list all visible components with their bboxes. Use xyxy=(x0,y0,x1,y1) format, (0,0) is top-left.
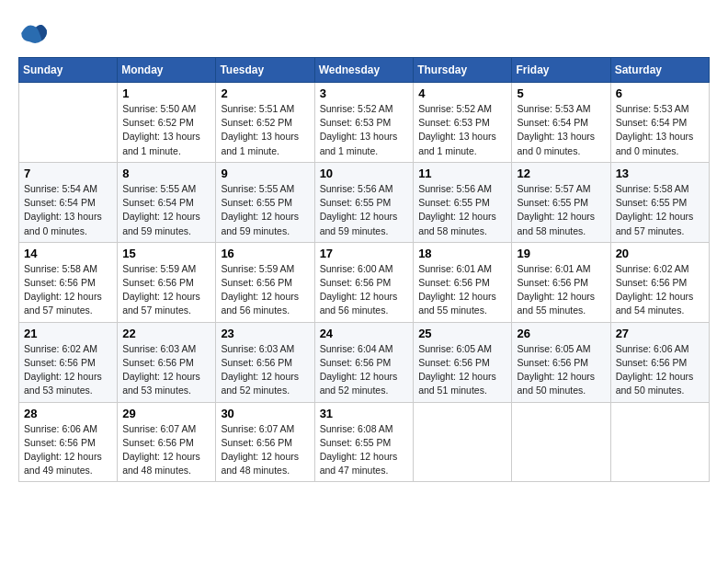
calendar-cell: 27Sunrise: 6:06 AM Sunset: 6:56 PM Dayli… xyxy=(610,322,709,402)
calendar-cell: 5Sunrise: 5:53 AM Sunset: 6:54 PM Daylig… xyxy=(512,83,610,163)
day-info: Sunrise: 6:00 AM Sunset: 6:56 PM Dayligh… xyxy=(320,262,409,318)
day-number: 3 xyxy=(320,86,409,100)
calendar-cell: 1Sunrise: 5:50 AM Sunset: 6:52 PM Daylig… xyxy=(118,83,216,163)
day-number: 23 xyxy=(221,327,309,340)
day-info: Sunrise: 6:05 AM Sunset: 6:56 PM Dayligh… xyxy=(517,342,605,398)
calendar-cell: 3Sunrise: 5:52 AM Sunset: 6:53 PM Daylig… xyxy=(314,83,414,163)
day-number: 20 xyxy=(616,247,704,260)
day-info: Sunrise: 5:59 AM Sunset: 6:56 PM Dayligh… xyxy=(122,262,210,318)
day-info: Sunrise: 6:07 AM Sunset: 6:56 PM Dayligh… xyxy=(221,422,309,478)
day-number: 31 xyxy=(320,407,409,420)
day-info: Sunrise: 5:58 AM Sunset: 6:56 PM Dayligh… xyxy=(24,262,112,318)
day-info: Sunrise: 5:55 AM Sunset: 6:55 PM Dayligh… xyxy=(221,182,309,238)
day-info: Sunrise: 6:02 AM Sunset: 6:56 PM Dayligh… xyxy=(24,342,112,398)
day-info: Sunrise: 6:02 AM Sunset: 6:56 PM Dayligh… xyxy=(616,262,704,318)
weekday-header: Saturday xyxy=(610,58,709,83)
day-info: Sunrise: 5:52 AM Sunset: 6:53 PM Dayligh… xyxy=(418,102,506,158)
day-number: 1 xyxy=(122,86,210,100)
weekday-header: Sunday xyxy=(19,58,118,83)
calendar-week-row: 21Sunrise: 6:02 AM Sunset: 6:56 PM Dayli… xyxy=(19,322,710,402)
weekday-header: Thursday xyxy=(414,58,512,83)
day-number: 7 xyxy=(24,167,112,180)
day-number: 6 xyxy=(616,86,704,100)
calendar-cell xyxy=(610,402,709,482)
weekday-header: Monday xyxy=(118,58,216,83)
day-number: 4 xyxy=(418,86,506,100)
calendar-cell xyxy=(512,402,610,482)
day-number: 24 xyxy=(320,327,409,340)
day-number: 21 xyxy=(24,327,112,340)
calendar-cell: 30Sunrise: 6:07 AM Sunset: 6:56 PM Dayli… xyxy=(216,402,314,482)
weekday-header: Friday xyxy=(512,58,610,83)
day-info: Sunrise: 5:58 AM Sunset: 6:55 PM Dayligh… xyxy=(616,182,704,238)
day-number: 18 xyxy=(418,247,506,260)
calendar-week-row: 14Sunrise: 5:58 AM Sunset: 6:56 PM Dayli… xyxy=(19,242,710,322)
day-number: 15 xyxy=(122,247,210,260)
calendar-cell: 17Sunrise: 6:00 AM Sunset: 6:56 PM Dayli… xyxy=(314,242,414,322)
calendar-week-row: 28Sunrise: 6:06 AM Sunset: 6:56 PM Dayli… xyxy=(19,402,710,482)
calendar-cell: 28Sunrise: 6:06 AM Sunset: 6:56 PM Dayli… xyxy=(19,402,118,482)
day-info: Sunrise: 6:03 AM Sunset: 6:56 PM Dayligh… xyxy=(221,342,309,398)
calendar-cell: 18Sunrise: 6:01 AM Sunset: 6:56 PM Dayli… xyxy=(414,242,512,322)
day-number: 17 xyxy=(320,247,409,260)
logo xyxy=(18,18,51,48)
logo-icon xyxy=(18,18,48,48)
day-info: Sunrise: 5:53 AM Sunset: 6:54 PM Dayligh… xyxy=(517,102,605,158)
calendar-cell: 20Sunrise: 6:02 AM Sunset: 6:56 PM Dayli… xyxy=(610,242,709,322)
day-info: Sunrise: 5:55 AM Sunset: 6:54 PM Dayligh… xyxy=(122,182,210,238)
day-info: Sunrise: 5:53 AM Sunset: 6:54 PM Dayligh… xyxy=(616,102,704,158)
day-number: 13 xyxy=(616,167,704,180)
day-info: Sunrise: 6:06 AM Sunset: 6:56 PM Dayligh… xyxy=(24,422,112,478)
page-header xyxy=(18,18,710,48)
calendar-cell: 14Sunrise: 5:58 AM Sunset: 6:56 PM Dayli… xyxy=(19,242,118,322)
day-info: Sunrise: 5:54 AM Sunset: 6:54 PM Dayligh… xyxy=(24,182,112,238)
calendar-cell: 22Sunrise: 6:03 AM Sunset: 6:56 PM Dayli… xyxy=(118,322,216,402)
calendar-cell: 13Sunrise: 5:58 AM Sunset: 6:55 PM Dayli… xyxy=(610,162,709,242)
calendar-cell: 2Sunrise: 5:51 AM Sunset: 6:52 PM Daylig… xyxy=(216,83,314,163)
day-number: 5 xyxy=(517,86,605,100)
calendar-cell: 31Sunrise: 6:08 AM Sunset: 6:55 PM Dayli… xyxy=(314,402,414,482)
day-info: Sunrise: 6:01 AM Sunset: 6:56 PM Dayligh… xyxy=(418,262,506,318)
day-info: Sunrise: 5:56 AM Sunset: 6:55 PM Dayligh… xyxy=(418,182,506,238)
day-info: Sunrise: 5:59 AM Sunset: 6:56 PM Dayligh… xyxy=(221,262,309,318)
calendar-cell: 29Sunrise: 6:07 AM Sunset: 6:56 PM Dayli… xyxy=(118,402,216,482)
calendar-cell: 9Sunrise: 5:55 AM Sunset: 6:55 PM Daylig… xyxy=(216,162,314,242)
day-number: 19 xyxy=(517,247,605,260)
calendar-cell: 10Sunrise: 5:56 AM Sunset: 6:55 PM Dayli… xyxy=(314,162,414,242)
day-info: Sunrise: 5:57 AM Sunset: 6:55 PM Dayligh… xyxy=(517,182,605,238)
day-info: Sunrise: 6:04 AM Sunset: 6:56 PM Dayligh… xyxy=(320,342,409,398)
day-info: Sunrise: 5:50 AM Sunset: 6:52 PM Dayligh… xyxy=(122,102,210,158)
calendar-cell: 26Sunrise: 6:05 AM Sunset: 6:56 PM Dayli… xyxy=(512,322,610,402)
day-number: 2 xyxy=(221,86,309,100)
weekday-header: Tuesday xyxy=(216,58,314,83)
day-number: 22 xyxy=(122,327,210,340)
day-number: 8 xyxy=(122,167,210,180)
day-info: Sunrise: 6:01 AM Sunset: 6:56 PM Dayligh… xyxy=(517,262,605,318)
day-number: 29 xyxy=(122,407,210,420)
calendar-table: SundayMondayTuesdayWednesdayThursdayFrid… xyxy=(18,57,710,482)
day-info: Sunrise: 6:07 AM Sunset: 6:56 PM Dayligh… xyxy=(122,422,210,478)
calendar-week-row: 1Sunrise: 5:50 AM Sunset: 6:52 PM Daylig… xyxy=(19,83,710,163)
day-number: 28 xyxy=(24,407,112,420)
day-info: Sunrise: 5:52 AM Sunset: 6:53 PM Dayligh… xyxy=(320,102,409,158)
day-number: 10 xyxy=(320,167,409,180)
day-number: 12 xyxy=(517,167,605,180)
day-number: 14 xyxy=(24,247,112,260)
day-number: 27 xyxy=(616,327,704,340)
day-info: Sunrise: 6:06 AM Sunset: 6:56 PM Dayligh… xyxy=(616,342,704,398)
calendar-cell: 24Sunrise: 6:04 AM Sunset: 6:56 PM Dayli… xyxy=(314,322,414,402)
day-info: Sunrise: 6:08 AM Sunset: 6:55 PM Dayligh… xyxy=(320,422,409,478)
day-info: Sunrise: 5:51 AM Sunset: 6:52 PM Dayligh… xyxy=(221,102,309,158)
day-info: Sunrise: 6:05 AM Sunset: 6:56 PM Dayligh… xyxy=(418,342,506,398)
day-number: 11 xyxy=(418,167,506,180)
calendar-cell: 25Sunrise: 6:05 AM Sunset: 6:56 PM Dayli… xyxy=(414,322,512,402)
calendar-week-row: 7Sunrise: 5:54 AM Sunset: 6:54 PM Daylig… xyxy=(19,162,710,242)
calendar-cell xyxy=(414,402,512,482)
calendar-cell: 19Sunrise: 6:01 AM Sunset: 6:56 PM Dayli… xyxy=(512,242,610,322)
calendar-cell: 23Sunrise: 6:03 AM Sunset: 6:56 PM Dayli… xyxy=(216,322,314,402)
calendar-cell: 21Sunrise: 6:02 AM Sunset: 6:56 PM Dayli… xyxy=(19,322,118,402)
calendar-cell: 4Sunrise: 5:52 AM Sunset: 6:53 PM Daylig… xyxy=(414,83,512,163)
calendar-cell xyxy=(19,83,118,163)
calendar-cell: 6Sunrise: 5:53 AM Sunset: 6:54 PM Daylig… xyxy=(610,83,709,163)
day-number: 25 xyxy=(418,327,506,340)
